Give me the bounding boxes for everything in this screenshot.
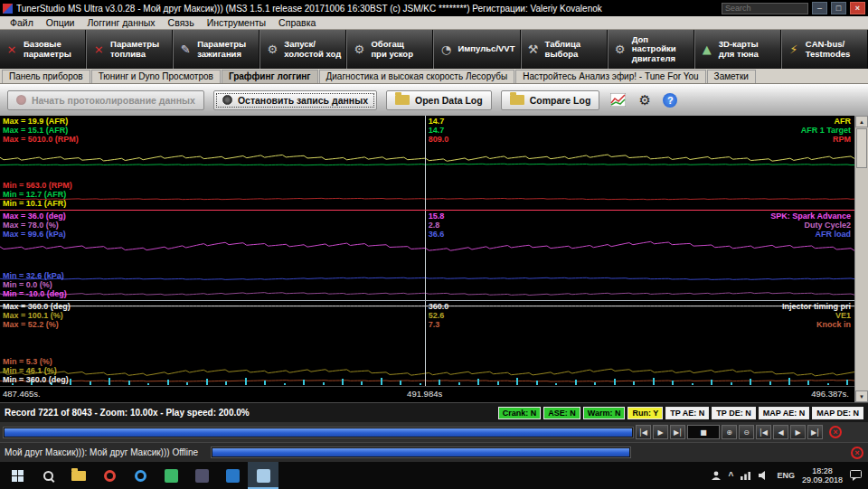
ribbon-button-can-bus-testmodes[interactable]: ⚡CAN-bus/ Testmodes xyxy=(781,30,868,69)
jump-end-button[interactable]: ▶| xyxy=(807,425,823,439)
maximize-button[interactable]: □ xyxy=(831,2,846,14)
network-icon[interactable] xyxy=(741,471,751,480)
menu-item-file[interactable]: Файл xyxy=(4,17,40,28)
menu-item-tools[interactable]: Инструменты xyxy=(201,17,272,28)
menu-item-datalogging[interactable]: Логгинг данных xyxy=(80,17,161,28)
people-icon[interactable] xyxy=(711,470,722,481)
status-badge-crank: Crank: N xyxy=(498,407,542,419)
offline-close-icon[interactable]: × xyxy=(851,447,863,459)
scrollbar-thumb[interactable] xyxy=(856,128,867,168)
taskbar-app-photos[interactable] xyxy=(217,462,248,489)
ribbon-button-accel-enrichment[interactable]: ⚙Обогащ при ускор xyxy=(346,30,433,69)
window-title: TunerStudio MS Ultra v3.0.28 - Мой друг … xyxy=(16,4,718,14)
offline-progress xyxy=(211,447,631,458)
notification-icon[interactable] xyxy=(850,470,863,481)
event-tick xyxy=(614,379,616,385)
gear-icon[interactable]: ⚙ xyxy=(636,91,654,109)
can-bus-icon: ⚡ xyxy=(787,42,801,56)
playback-cursor-line[interactable] xyxy=(425,301,426,386)
tab-tune-analyze-live[interactable]: Настройтесь Анализ эфир! - Tune For You xyxy=(515,70,705,83)
start-datalog-button[interactable]: Начать протоколирование данных xyxy=(7,90,204,110)
event-tick xyxy=(692,383,693,385)
open-datalog-button[interactable]: Open Data Log xyxy=(386,90,492,110)
event-tick xyxy=(516,378,518,385)
menu-item-options[interactable]: Опции xyxy=(40,17,81,28)
tray-expand-icon[interactable]: ^ xyxy=(729,471,734,481)
taskbar-search-button[interactable] xyxy=(33,462,63,489)
ribbon-button-label: Доп настройки двигателя xyxy=(632,35,689,64)
taskbar-app-file-explorer[interactable] xyxy=(63,462,94,489)
step-start-button[interactable]: |◀ xyxy=(636,425,651,439)
taskbar-clock[interactable]: 18:28 29.09.2018 xyxy=(802,466,843,484)
ribbon-button-startup-idle[interactable]: ⚙Запуск/ холостой ход xyxy=(259,30,346,69)
menu-item-communications[interactable]: Связь xyxy=(162,17,201,28)
playback-close-icon[interactable]: × xyxy=(829,426,842,438)
playback-cursor-line[interactable] xyxy=(425,211,426,300)
cursor-value-stack: 14.714.7809.0 xyxy=(429,117,449,144)
language-indicator[interactable]: ENG xyxy=(777,471,795,480)
playback-progress[interactable] xyxy=(3,427,634,438)
ribbon-button-pulse-vvt[interactable]: ◔Импульс/VVT xyxy=(433,30,520,69)
tab-graphing-logging[interactable]: Граффинг логгинг xyxy=(222,70,318,83)
step-end-button[interactable]: ▶| xyxy=(670,425,685,439)
series-label: Duty Cycle2 xyxy=(770,221,851,230)
taskbar-app-app-green[interactable] xyxy=(156,462,186,489)
tab-diagnostics-high-speed-loggers[interactable]: Диагностика и высокая скорость Лесорубы xyxy=(319,70,515,83)
ribbon-button-advanced-engine[interactable]: ⚙Доп настройки двигателя xyxy=(608,30,694,69)
ribbon-button-3d-maps[interactable]: ▲3D-карты для тюна xyxy=(694,30,781,69)
zoom-in-button[interactable]: ⊕ xyxy=(722,425,737,439)
scrollbar-track[interactable] xyxy=(855,127,868,390)
ribbon-button-fuel-settings[interactable]: ×Параметры топлива xyxy=(86,30,173,69)
taskbar-app-browser-red[interactable] xyxy=(94,462,125,489)
jump-start-button[interactable]: |◀ xyxy=(756,425,771,439)
cursor-value: 15.8 xyxy=(429,212,445,221)
close-button[interactable]: × xyxy=(850,2,865,14)
clock-date: 29.09.2018 xyxy=(802,475,843,484)
playback-cursor-line[interactable] xyxy=(425,116,426,210)
tab-notes[interactable]: Заметки xyxy=(707,70,756,83)
max-label-stack: Max = 360.0 (deg)Max = 100.1 (%)Max = 52… xyxy=(3,302,71,329)
graph-panel-afr-rpm-panel[interactable]: Max = 19.9 (AFR)Max = 15.1 (AFR)Max = 50… xyxy=(0,116,854,211)
ribbon-button-label: Запуск/ холостой ход xyxy=(284,40,341,59)
time-label-right: 496.387s. xyxy=(811,389,849,399)
tab-tune-dyno-views[interactable]: Тюнинг и Dyno Просмотров xyxy=(91,70,221,83)
ribbon-button-label: CAN-bus/ Testmodes xyxy=(806,40,850,59)
chart-icon[interactable] xyxy=(609,91,627,109)
stop-button[interactable]: ■ xyxy=(687,425,720,439)
event-tick xyxy=(128,381,130,385)
event-tick xyxy=(827,383,829,385)
ribbon-button-ignition-settings[interactable]: ✎Параметры зажигания xyxy=(173,30,259,69)
frame-back-button[interactable]: ◀ xyxy=(773,425,788,439)
start-button[interactable] xyxy=(2,462,33,489)
app-dark-icon xyxy=(195,469,209,483)
ribbon-button-label: Обогащ при ускор xyxy=(371,40,413,59)
play-button[interactable]: ▶ xyxy=(653,425,668,439)
taskbar-app-browser-blue[interactable] xyxy=(125,462,156,489)
windows-logo-icon xyxy=(12,470,24,482)
help-icon[interactable]: ? xyxy=(663,93,677,108)
tab-dashboard[interactable]: Панель приборов xyxy=(2,70,90,83)
compare-log-button[interactable]: Compare Log xyxy=(501,90,600,110)
cursor-value: 2.8 xyxy=(429,221,445,230)
min-label: Min = -10.0 (deg) xyxy=(3,289,67,298)
frame-forward-button[interactable]: ▶ xyxy=(790,425,806,439)
min-label: Min = 12.7 (AFR) xyxy=(3,190,72,199)
ribbon-button-table-select[interactable]: ⚒Таблица выбора xyxy=(521,30,608,69)
menu-item-help[interactable]: Справка xyxy=(272,17,322,28)
max-label: Max = 99.6 (kPa) xyxy=(3,230,66,239)
title-search-input[interactable] xyxy=(722,3,808,14)
scroll-down-icon[interactable]: ▼ xyxy=(855,390,868,402)
offline-bar: Мой друг Максик))): Мой друг Максик))) O… xyxy=(0,442,868,462)
taskbar-app-tunerstudio[interactable] xyxy=(248,462,278,489)
graph-scrollbar[interactable]: ▲ ▼ xyxy=(854,116,868,402)
graph-panel-injector-ve-knock-panel[interactable]: Max = 360.0 (deg)Max = 100.1 (%)Max = 52… xyxy=(0,301,854,387)
event-tick xyxy=(439,380,440,385)
volume-icon[interactable] xyxy=(759,471,769,480)
zoom-out-button[interactable]: ⊖ xyxy=(739,425,754,439)
stop-datalog-button[interactable]: Остановить запись данных xyxy=(213,90,377,110)
taskbar-app-app-dark[interactable] xyxy=(186,462,217,489)
ribbon-button-basic-settings[interactable]: ×Базовые параметры xyxy=(0,30,86,69)
graph-panel-spark-duty-load-panel[interactable]: Max = 36.0 (deg)Max = 78.0 (%)Max = 99.6… xyxy=(0,211,854,301)
minimize-button[interactable]: – xyxy=(812,2,827,14)
scroll-up-icon[interactable]: ▲ xyxy=(855,116,868,127)
